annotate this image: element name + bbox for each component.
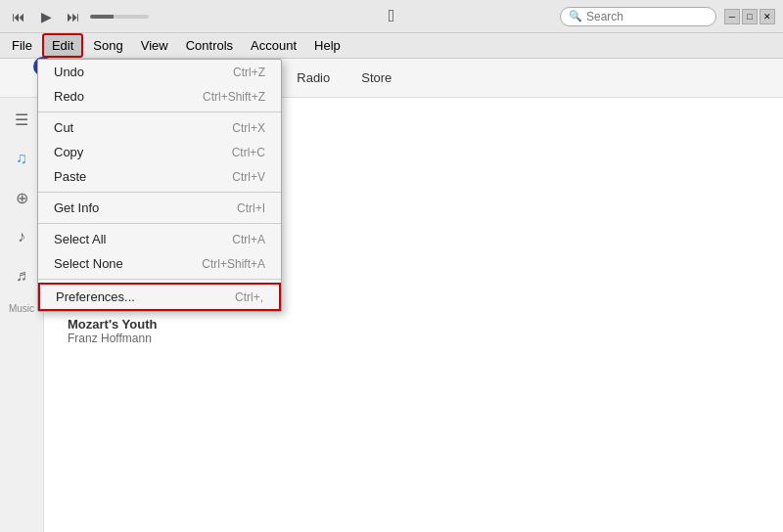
minimize-button[interactable]: ─: [724, 9, 740, 24]
playback-controls: ⏮ ▶ ⏭: [8, 6, 149, 27]
separator-2: [38, 192, 281, 193]
album-artist: Franz Hoffmann: [68, 332, 214, 345]
separator-3: [38, 223, 281, 224]
menu-item-select-none[interactable]: Select None Ctrl+Shift+A: [38, 251, 281, 276]
menu-item-undo[interactable]: Undo Ctrl+Z: [38, 60, 281, 84]
menu-edit[interactable]: Edit: [42, 33, 83, 58]
sidebar-icon-note[interactable]: ♪: [8, 223, 35, 250]
sidebar-icon-search[interactable]: ⊕: [8, 184, 35, 211]
sidebar-icon-list[interactable]: ☰: [8, 106, 35, 133]
album-title: Mozart's Youth: [68, 317, 214, 332]
menu-controls[interactable]: Controls: [178, 35, 241, 56]
maximize-button[interactable]: □: [742, 9, 758, 24]
close-button[interactable]: ✕: [760, 9, 775, 24]
edit-dropdown-menu: Undo Ctrl+Z Redo Ctrl+Shift+Z Cut Ctrl+X…: [37, 59, 282, 312]
rewind-button[interactable]: ⏮: [8, 6, 29, 27]
menu-item-cut[interactable]: Cut Ctrl+X: [38, 115, 281, 140]
tab-radio[interactable]: Radio: [281, 63, 345, 93]
search-icon: 🔍: [569, 10, 582, 22]
menu-item-paste[interactable]: Paste Ctrl+V: [38, 164, 281, 189]
menu-item-select-all[interactable]: Select All Ctrl+A: [38, 227, 281, 251]
sidebar-icon-user[interactable]: ♬: [8, 262, 35, 289]
menu-item-preferences[interactable]: Preferences... Ctrl+,: [38, 283, 281, 311]
separator-4: [38, 279, 281, 280]
menu-file[interactable]: File: [4, 35, 40, 56]
sidebar-label-music: Music: [9, 303, 34, 314]
separator-1: [38, 111, 281, 112]
menu-item-redo[interactable]: Redo Ctrl+Shift+Z: [38, 84, 281, 109]
title-bar: ⏮ ▶ ⏭  🔍 ─ □ ✕: [0, 0, 783, 33]
menu-bar: File Edit Song View Controls Account Hel…: [0, 33, 783, 59]
sidebar-icon-music[interactable]: ♫: [8, 145, 35, 172]
fastforward-button[interactable]: ⏭: [63, 6, 84, 27]
menu-item-get-info[interactable]: Get Info Ctrl+I: [38, 196, 281, 220]
menu-song[interactable]: Song: [85, 35, 130, 56]
apple-logo: : [389, 6, 395, 26]
menu-view[interactable]: View: [133, 35, 176, 56]
play-button[interactable]: ▶: [35, 6, 57, 27]
search-bar[interactable]: 🔍: [560, 7, 716, 26]
volume-slider[interactable]: [90, 15, 149, 19]
window-controls: ─ □ ✕: [724, 9, 775, 24]
menu-item-copy[interactable]: Copy Ctrl+C: [38, 140, 281, 164]
tab-store[interactable]: Store: [345, 63, 407, 93]
menu-help[interactable]: Help: [306, 35, 348, 56]
menu-account[interactable]: Account: [243, 35, 304, 56]
search-input[interactable]: [586, 10, 704, 23]
